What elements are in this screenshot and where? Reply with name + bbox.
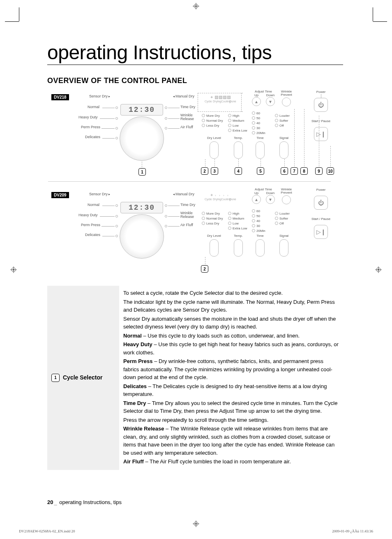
temp-options: High Medium Low Extra Low	[228, 211, 249, 231]
callout-4: 4	[235, 167, 242, 175]
power-label: Power	[308, 90, 334, 94]
signal-options: Louder Softer Off	[275, 211, 293, 226]
dial-option: Time Dry	[180, 105, 195, 109]
time-display: 12:30	[120, 104, 163, 116]
callout-6: 6	[281, 167, 288, 175]
document-metadata: DV218AEW-02568A-02_EN.indd 20 2009-01-09…	[19, 529, 373, 533]
svg-point-3	[195, 5, 197, 7]
callout-9: 9	[315, 167, 323, 175]
model-tag: DV209	[51, 192, 69, 198]
dry-level-button[interactable]	[210, 141, 219, 159]
wrinkle-prevent-button[interactable]	[282, 97, 291, 106]
callout-7: 7	[291, 167, 298, 175]
cycle-selector-description: To select a cycle, rotate the Cycle Sele…	[123, 289, 339, 466]
model-tag: DV218	[51, 94, 69, 100]
table-row-label: Cycle Selector	[63, 373, 103, 382]
adjust-time-label: Adjust Time	[250, 90, 277, 93]
power-button[interactable]: ⏻	[314, 98, 328, 112]
signal-button[interactable]	[279, 239, 288, 257]
adjust-time-up-button[interactable]: ▲	[252, 97, 261, 106]
dry-level-label: Dry Level	[202, 136, 226, 140]
sensor-dry-label: Sensor Dry	[89, 94, 110, 98]
registration-mark-top	[192, 2, 200, 10]
callout-3: 3	[211, 167, 218, 175]
callout-8: 8	[300, 167, 308, 175]
callout-2b: 2	[201, 265, 208, 273]
crop-mark	[373, 7, 373, 21]
adjust-time-down-button[interactable]: ▼	[266, 195, 275, 204]
progress-labels: CycleDryingCoolingDone	[202, 198, 239, 201]
temp-label: Temp.	[228, 136, 249, 140]
svg-point-7	[13, 269, 14, 271]
temp-button[interactable]	[234, 141, 243, 159]
manual-dry-label: Manual Dry	[173, 94, 194, 98]
time-label: Time	[252, 136, 268, 140]
cycle-selector-dial[interactable]	[120, 116, 164, 161]
crop-mark	[19, 7, 19, 21]
time-button[interactable]	[256, 239, 265, 257]
progress-bar: ✦››››	[202, 194, 239, 198]
cycle-selector-table: 1 Cycle Selector To select a cycle, rota…	[47, 286, 343, 470]
time-options: 60 50 40 30 20Min	[252, 111, 268, 135]
registration-mark-bottom	[192, 520, 200, 527]
dry-level-options: More Dry Normal Dry Less Dry	[202, 113, 226, 128]
dial-option: Heavy Duty	[78, 115, 98, 119]
temp-button[interactable]	[234, 239, 243, 257]
manual-dry-label: Manual Dry	[173, 192, 194, 196]
adjust-time-up-button[interactable]: ▲	[252, 195, 261, 204]
sensor-dry-label: Sensor Dry	[89, 192, 110, 196]
signal-button[interactable]	[279, 141, 288, 159]
separator	[48, 181, 331, 182]
dry-level-options: More Dry Normal Dry Less Dry	[202, 211, 226, 226]
power-button[interactable]: ⏻	[314, 196, 328, 210]
signal-label: Signal	[275, 136, 293, 140]
control-panel-diagram-dv209: DV209 Sensor Dry Manual Dry 12:30 Normal…	[47, 190, 343, 278]
wrinkle-prevent-label: Wrinkle Prevent	[278, 90, 295, 97]
page-footer: 20_ operating Instructions, tips	[47, 499, 122, 505]
start-pause-button[interactable]: ▷❙	[314, 127, 328, 141]
time-options: 60 50 40 30 20Min	[252, 208, 268, 233]
cycle-selector-dial[interactable]	[120, 214, 164, 259]
dial-option: Air Fluff	[180, 125, 193, 129]
callout-2: 2	[201, 167, 208, 175]
temp-options: High Medium Low Extra Low	[228, 113, 249, 133]
callout-1: 1	[138, 168, 146, 176]
crop-mark	[5, 21, 19, 22]
progress-bar: ✦	[202, 96, 239, 100]
start-pause-button[interactable]: ▷❙	[314, 225, 328, 239]
time-display: 12:30	[120, 202, 163, 213]
start-pause-label: Start / Pause	[308, 119, 334, 123]
registration-mark-left	[10, 266, 17, 273]
dial-option: Wrinkle Release	[180, 113, 194, 121]
crop-mark	[373, 21, 387, 22]
section-heading: OVERVIEW OF THE CONTROL PANEL	[47, 76, 343, 85]
dry-level-button[interactable]	[210, 239, 219, 257]
svg-point-15	[195, 523, 197, 525]
page-title: operating Instructions, tips	[47, 41, 343, 65]
wrinkle-prevent-button[interactable]	[282, 195, 291, 204]
dial-option: Delicates	[85, 135, 100, 139]
time-button[interactable]	[256, 141, 265, 159]
dial-option: Normal	[88, 105, 99, 109]
callout-5: 5	[257, 167, 264, 175]
adjust-time-down-button[interactable]: ▼	[266, 97, 275, 106]
dial-option: Perm Press	[81, 125, 100, 129]
control-panel-diagram-dv218: DV218 Sensor Dry Manual Dry 12:30 Normal…	[47, 92, 343, 182]
signal-options: Louder Softer Off	[275, 113, 293, 128]
progress-labels: Cycle Drying Cooling Done	[202, 100, 239, 103]
callout-10: 10	[327, 167, 334, 175]
table-callout: 1	[51, 374, 60, 382]
